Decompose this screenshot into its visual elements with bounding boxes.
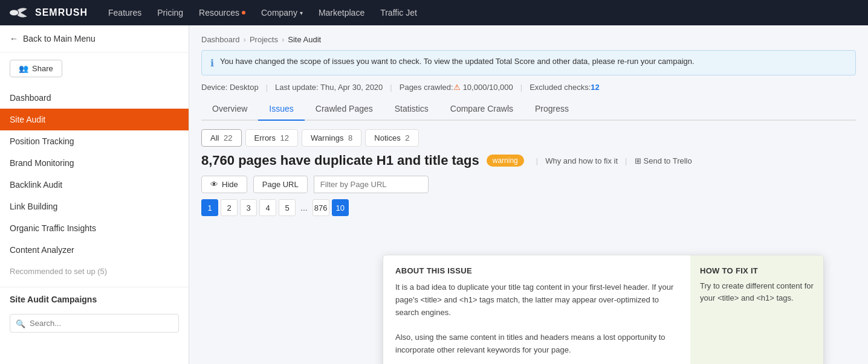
tab-statistics[interactable]: Statistics — [384, 98, 439, 121]
sidebar-item-position-tracking[interactable]: Position Tracking — [0, 130, 189, 152]
sidebar: ← Back to Main Menu 👥 Share Dashboard Si… — [0, 25, 189, 364]
info-banner: ℹ You have changed the scope of issues y… — [201, 50, 856, 75]
trello-icon: ⊞ — [635, 156, 641, 165]
back-to-main-menu[interactable]: ← Back to Main Menu — [0, 25, 189, 53]
tooltip-about-text: It is a bad idea to duplicate your title… — [395, 281, 678, 357]
tab-overview[interactable]: Overview — [201, 98, 258, 121]
warning-icon: ⚠ — [453, 83, 461, 92]
sidebar-item-link-building[interactable]: Link Building — [0, 196, 189, 217]
tooltip-fix: HOW TO FIX IT Try to create different co… — [690, 255, 823, 364]
tooltip-about-title: ABOUT THIS ISSUE — [395, 266, 678, 275]
arrow-left-icon: ← — [10, 34, 18, 43]
chevron-down-icon: ▾ — [300, 10, 303, 16]
last-update: Last update: Thu, Apr 30, 2020 — [275, 83, 383, 92]
breadcrumb-projects[interactable]: Projects — [250, 35, 278, 44]
actions-row: 👁 Hide Page URL — [201, 176, 856, 193]
tooltip-about: ABOUT THIS ISSUE It is a bad idea to dup… — [383, 255, 690, 364]
search-icon: 🔍 — [16, 319, 25, 328]
share-button[interactable]: 👥 Share — [10, 60, 62, 77]
page-876-button[interactable]: 876 — [313, 199, 329, 216]
users-icon: 👥 — [19, 64, 28, 73]
sidebar-item-brand-monitoring[interactable]: Brand Monitoring — [0, 152, 189, 174]
excluded-checks-link[interactable]: 12 — [591, 83, 599, 92]
eye-icon: 👁 — [210, 180, 218, 189]
info-icon: ℹ — [210, 57, 214, 69]
tab-progress[interactable]: Progress — [524, 98, 580, 121]
filter-by-url-input[interactable] — [314, 176, 429, 193]
hide-button[interactable]: 👁 Hide — [201, 176, 247, 193]
brand-name: SEMRUSH — [35, 7, 88, 18]
breadcrumb-sep-2: › — [282, 35, 284, 44]
tabs: Overview Issues Crawled Pages Statistics… — [201, 98, 856, 121]
issue-header: 8,760 pages have duplicate H1 and title … — [201, 153, 856, 168]
campaigns-label: Site Audit Campaigns — [0, 287, 189, 309]
svg-point-0 — [10, 10, 18, 16]
tab-issues[interactable]: Issues — [258, 98, 304, 121]
filter-notices[interactable]: Notices 2 — [365, 129, 418, 147]
nav-resources[interactable]: Resources — [193, 5, 251, 20]
filter-bar: All 22 Errors 12 Warnings 8 Notices 2 — [201, 129, 856, 147]
device-label: Device: Desktop — [201, 83, 259, 92]
sidebar-item-content-analyzer[interactable]: Content Analyzer — [0, 239, 189, 261]
tooltip-fix-text: Try to create different content for your… — [700, 280, 814, 304]
issue-title: 8,760 pages have duplicate H1 and title … — [201, 153, 479, 168]
sidebar-item-backlink-audit[interactable]: Backlink Audit — [0, 174, 189, 196]
nav-links: Features Pricing Resources Company ▾ Mar… — [102, 5, 423, 20]
nav-features[interactable]: Features — [102, 5, 147, 20]
page-5-button[interactable]: 5 — [279, 199, 296, 216]
top-navigation: SEMRUSH Features Pricing Resources Compa… — [0, 0, 868, 25]
page-3-button[interactable]: 3 — [240, 199, 257, 216]
meta-bar: Device: Desktop | Last update: Thu, Apr … — [201, 83, 856, 92]
nav-pricing[interactable]: Pricing — [151, 5, 189, 20]
sidebar-item-site-audit[interactable]: Site Audit — [0, 109, 189, 130]
page-1-button[interactable]: 1 — [201, 199, 218, 216]
breadcrumb-current: Site Audit — [288, 35, 321, 44]
share-section: 👥 Share — [0, 53, 189, 85]
warning-badge: warning — [487, 155, 524, 167]
info-banner-text: You have changed the scope of issues you… — [220, 57, 695, 66]
pages-crawled-label: Pages crawled: — [400, 83, 453, 92]
filter-all[interactable]: All 22 — [201, 129, 242, 147]
ellipsis: ... — [298, 203, 310, 212]
nav-company[interactable]: Company ▾ — [255, 5, 309, 20]
resources-dot — [242, 11, 245, 14]
breadcrumb: Dashboard › Projects › Site Audit — [189, 25, 868, 50]
pages-crawled-value: 10,000/10,000 — [463, 83, 513, 92]
recommended-label: Recommended to set up (5) — [0, 261, 189, 282]
filter-errors[interactable]: Errors 12 — [245, 129, 298, 147]
why-fix-link[interactable]: Why and how to fix it — [545, 156, 618, 165]
logo[interactable]: SEMRUSH — [10, 5, 88, 20]
search-input[interactable] — [10, 314, 179, 333]
excluded-checks-label: Excluded checks: — [530, 83, 591, 92]
tooltip-caret-inner — [613, 255, 621, 255]
page-url-button[interactable]: Page URL — [253, 176, 308, 193]
page-2-button[interactable]: 2 — [221, 199, 238, 216]
tooltip-popup: ABOUT THIS ISSUE It is a bad idea to dup… — [383, 255, 824, 364]
sidebar-nav: Dashboard Site Audit Position Tracking B… — [0, 85, 189, 284]
nav-traffic-jet[interactable]: Traffic Jet — [374, 5, 423, 20]
filter-warnings[interactable]: Warnings 8 — [302, 129, 361, 147]
main-content: Dashboard › Projects › Site Audit ℹ You … — [189, 25, 868, 364]
breadcrumb-sep-1: › — [244, 35, 246, 44]
page-4-button[interactable]: 4 — [259, 199, 276, 216]
sidebar-item-dashboard[interactable]: Dashboard — [0, 87, 189, 109]
send-to-trello-button[interactable]: ⊞ Send to Trello — [635, 156, 692, 165]
issue-actions: | Why and how to fix it | ⊞ Send to Trel… — [534, 156, 692, 165]
tab-compare-crawls[interactable]: Compare Crawls — [439, 98, 524, 121]
search-section: 🔍 — [0, 309, 189, 337]
pagination: 1 2 3 4 5 ... 876 10 — [201, 199, 856, 216]
breadcrumb-dashboard[interactable]: Dashboard — [201, 35, 240, 44]
tooltip-fix-title: HOW TO FIX IT — [700, 266, 814, 275]
sidebar-item-organic-traffic-insights[interactable]: Organic Traffic Insights — [0, 217, 189, 239]
tab-crawled-pages[interactable]: Crawled Pages — [305, 98, 384, 121]
nav-marketplace[interactable]: Marketplace — [313, 5, 371, 20]
page-10-button[interactable]: 10 — [332, 199, 349, 216]
